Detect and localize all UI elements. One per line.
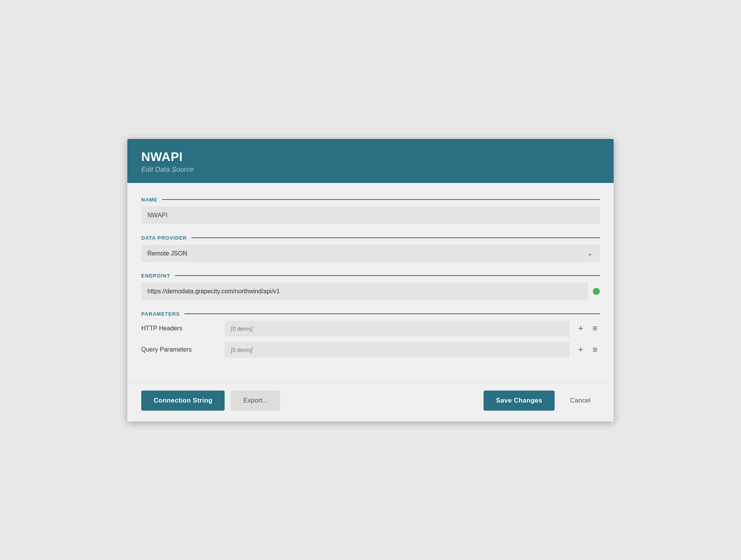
http-headers-menu-button[interactable]: ≡ [590, 323, 600, 333]
save-changes-button[interactable]: Save Changes [484, 391, 555, 411]
parameters-label: PARAMETERS [141, 311, 600, 317]
dialog-title: NWAPI [141, 150, 600, 164]
query-params-label: Query Parameters [141, 346, 218, 353]
name-input[interactable] [141, 206, 600, 224]
name-label: NAME [141, 197, 600, 203]
endpoint-label: ENDPOINT [141, 273, 600, 279]
footer-left: Connection String Export... [141, 391, 280, 411]
query-params-row: Query Parameters + ≡ [141, 342, 600, 358]
data-provider-label: DATA PROVIDER [141, 235, 600, 241]
http-headers-row: HTTP Headers + ≡ [141, 321, 600, 337]
query-params-menu-button[interactable]: ≡ [590, 345, 600, 355]
data-provider-section: DATA PROVIDER Remote JSON JSON CSV XML O… [141, 235, 600, 262]
query-params-input[interactable] [225, 342, 570, 358]
dialog-body: NAME DATA PROVIDER Remote JSON JSON CSV … [127, 183, 614, 378]
edit-datasource-dialog: NWAPI Edit Data Source NAME DATA PROVIDE… [127, 139, 614, 421]
http-headers-input[interactable] [225, 321, 570, 337]
dialog-footer: Connection String Export... Save Changes… [127, 382, 614, 421]
data-provider-select[interactable]: Remote JSON JSON CSV XML OData [141, 245, 600, 262]
data-provider-wrapper: Remote JSON JSON CSV XML OData ⌄ [141, 245, 600, 262]
export-button[interactable]: Export... [231, 391, 280, 411]
http-headers-add-button[interactable]: + [576, 323, 585, 333]
connection-status-dot [593, 288, 600, 295]
http-headers-label: HTTP Headers [141, 325, 218, 332]
endpoint-section: ENDPOINT [141, 273, 600, 300]
footer-right: Save Changes Cancel [484, 391, 600, 411]
name-section: NAME [141, 197, 600, 224]
endpoint-wrapper [141, 283, 600, 300]
dialog-subtitle: Edit Data Source [141, 166, 600, 174]
query-params-actions: + ≡ [576, 345, 600, 355]
query-params-add-button[interactable]: + [576, 345, 585, 355]
endpoint-input[interactable] [141, 283, 588, 300]
parameters-section: PARAMETERS HTTP Headers + ≡ Query Parame… [141, 311, 600, 358]
http-headers-actions: + ≡ [576, 323, 600, 333]
connection-string-button[interactable]: Connection String [141, 391, 225, 411]
cancel-button[interactable]: Cancel [561, 391, 600, 411]
dialog-header: NWAPI Edit Data Source [127, 139, 614, 183]
